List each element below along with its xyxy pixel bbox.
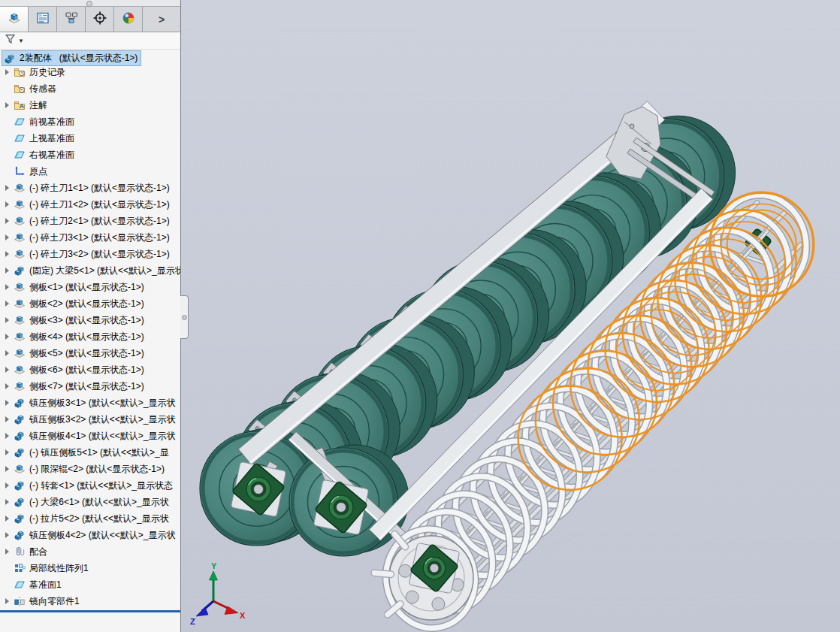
annotations-folder-icon: A	[14, 99, 27, 111]
tab-configurationmanager[interactable]	[57, 7, 86, 32]
expand-arrow-icon[interactable]	[5, 383, 14, 389]
expand-arrow-icon[interactable]	[5, 301, 14, 307]
tree-item[interactable]: (-) 碎土刀1<1> (默认<显示状态-1>)	[0, 180, 180, 196]
tree-item-label: 传感器	[29, 83, 56, 95]
tree-item[interactable]: 侧板<2> (默认<显示状态-1>)	[0, 295, 180, 312]
tree-item[interactable]: 配合	[0, 543, 180, 560]
assembly-name: 2装配体	[20, 52, 52, 65]
tree-item-label: 镇压侧板3<2> (默认<<默认>_显示状	[29, 413, 175, 426]
tree-item[interactable]: (-) 碎土刀3<1> (默认<显示状态-1>)	[0, 229, 180, 246]
expand-arrow-icon[interactable]	[5, 499, 14, 505]
tree-item[interactable]: (-) 限深辊<2> (默认<显示状态-1>)	[0, 461, 180, 477]
tree-item[interactable]: (-) 大梁6<1> (默认<<默认>_显示状	[0, 494, 180, 510]
tree-item[interactable]: 侧板<4> (默认<显示状态-1>)	[0, 328, 180, 345]
tab-propertymanager[interactable]	[29, 7, 57, 32]
graphics-area[interactable]: Y X Z	[181, 0, 840, 632]
configurationmanager-icon	[64, 11, 79, 29]
dimxpert-target-icon	[92, 11, 107, 29]
expand-arrow-icon[interactable]	[5, 367, 14, 373]
expand-arrow-icon[interactable]	[5, 317, 14, 323]
expand-arrow-icon[interactable]	[5, 549, 14, 555]
expand-arrow-icon[interactable]	[5, 284, 14, 290]
tree-item[interactable]: 侧板<7> (默认<显示状态-1>)	[0, 378, 180, 395]
tree-item[interactable]: (-) 碎土刀1<2> (默认<显示状态-1>)	[0, 196, 180, 213]
expand-arrow-icon[interactable]	[5, 466, 14, 472]
tree-item[interactable]: 历史记录	[0, 64, 180, 80]
part-icon	[14, 463, 27, 475]
expand-arrow-icon[interactable]	[5, 251, 14, 257]
tree-item-label: 镇压侧板4<2> (默认<<默认>_显示状	[29, 529, 175, 542]
expand-arrow-icon[interactable]	[5, 69, 14, 75]
plane-icon	[14, 579, 27, 591]
tree-item[interactable]: (-) 碎土刀3<2> (默认<显示状态-1>)	[0, 246, 180, 262]
tree-item[interactable]: (-) 转套<1> (默认<<默认>_显示状态	[0, 477, 180, 494]
tree-item[interactable]: 镇压侧板4<1> (默认<<默认>_显示状	[0, 428, 180, 444]
tree-item[interactable]: 侧板<1> (默认<显示状态-1>)	[0, 279, 180, 295]
expand-arrow-icon[interactable]	[5, 234, 14, 240]
tree-item[interactable]: 镇压侧板3<1> (默认<<默认>_显示状	[0, 395, 180, 411]
tab-displaymanager[interactable]	[114, 7, 143, 32]
tree-item[interactable]: (-) 镇压侧板5<1> (默认<<默认>_显	[0, 444, 180, 461]
tree-item-label: (-) 拉片5<2> (默认<<默认>_显示状	[29, 513, 169, 525]
expand-arrow-icon[interactable]	[5, 416, 14, 422]
expand-arrow-icon[interactable]	[5, 102, 14, 108]
panel-splitter-handle[interactable]	[180, 295, 189, 339]
tree-item[interactable]: (固定) 大梁5<1> (默认<<默认>_显示状	[0, 262, 180, 279]
panel-top-strip	[0, 0, 180, 7]
part-icon	[14, 182, 27, 194]
tree-item[interactable]: (-) 碎土刀2<1> (默认<显示状态-1>)	[0, 213, 180, 229]
tree-item[interactable]: 侧板<6> (默认<显示状态-1>)	[0, 361, 180, 378]
expand-arrow-icon[interactable]	[5, 334, 14, 340]
expand-arrow-icon[interactable]	[5, 598, 14, 604]
tree-item-label: 原点	[29, 165, 47, 178]
tab-dimxpertmanager[interactable]	[86, 7, 114, 32]
tree-item[interactable]: 侧板<3> (默认<显示状态-1>)	[0, 312, 180, 328]
tree-item[interactable]: 镜向零部件1	[0, 593, 180, 609]
tree-item-label: 侧板<4> (默认<显示状态-1>)	[29, 331, 144, 343]
triad-z-label: Z	[190, 617, 195, 626]
expand-arrow-icon[interactable]	[5, 218, 14, 224]
tree-item[interactable]: 原点	[0, 163, 180, 180]
part-icon	[14, 380, 27, 392]
expand-arrow-icon[interactable]	[5, 185, 14, 191]
tree-item[interactable]: 侧板<5> (默认<显示状态-1>)	[0, 345, 180, 361]
tree-item-label: (-) 大梁6<1> (默认<<默认>_显示状	[29, 496, 169, 509]
tree-item[interactable]: 镇压侧板3<2> (默认<<默认>_显示状	[0, 411, 180, 428]
expand-arrow-icon[interactable]	[5, 268, 14, 274]
tree-item-label: 历史记录	[29, 66, 65, 79]
part-icon	[14, 215, 27, 227]
tree-item-label: 镜向零部件1	[29, 595, 80, 608]
part-icon	[14, 231, 27, 243]
tree-item-label: 局部线性阵列1	[29, 562, 89, 575]
expand-arrow-icon[interactable]	[5, 532, 14, 538]
plane-icon	[14, 132, 27, 144]
expand-arrow-icon[interactable]	[5, 350, 14, 356]
tree-item[interactable]: 基准面1	[0, 576, 180, 593]
expand-arrow-icon[interactable]	[5, 482, 14, 488]
tab-overflow-chevron[interactable]: >	[143, 7, 180, 32]
expand-arrow-icon[interactable]	[5, 449, 14, 455]
expand-arrow-icon[interactable]	[5, 400, 14, 406]
tab-featuremanager[interactable]	[0, 7, 29, 32]
expand-arrow-icon[interactable]	[5, 516, 14, 522]
assembly-icon	[14, 446, 27, 458]
tree-item[interactable]: 前视基准面	[0, 113, 180, 130]
tree-item[interactable]: 右视基准面	[0, 147, 180, 163]
tree-item[interactable]: A注解	[0, 97, 180, 113]
tree-item-label: 侧板<2> (默认<显示状态-1>)	[29, 298, 144, 310]
expand-arrow-icon[interactable]	[5, 433, 14, 439]
tree-item[interactable]: (-) 拉片5<2> (默认<<默认>_显示状	[0, 510, 180, 527]
panel-collapse-handle[interactable]	[86, 1, 92, 7]
tree-item[interactable]: 上视基准面	[0, 130, 180, 147]
tree-item[interactable]: 镇压侧板4<2> (默认<<默认>_显示状	[0, 527, 180, 543]
filter-dropdown-caret-icon[interactable]: ▼	[18, 38, 24, 44]
rollback-bar[interactable]	[0, 610, 180, 612]
tree-item[interactable]: 局部线性阵列1	[0, 560, 180, 576]
chevron-right-icon: >	[159, 14, 165, 26]
3d-viewport[interactable]: Y X Z	[181, 0, 840, 632]
assembly-icon	[14, 413, 27, 425]
expand-arrow-icon[interactable]	[5, 201, 14, 207]
plane-icon	[14, 116, 27, 128]
filter-funnel-icon[interactable]	[5, 33, 17, 48]
tree-item[interactable]: 传感器	[0, 80, 180, 97]
